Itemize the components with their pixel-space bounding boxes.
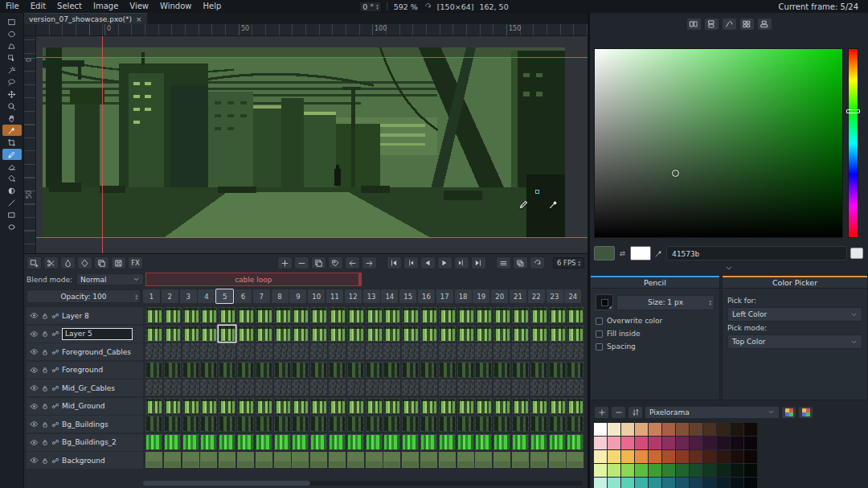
play-backwards-button[interactable] (420, 256, 436, 269)
cel-thumbnail[interactable] (219, 307, 235, 323)
palette-swatch[interactable] (731, 437, 743, 449)
cel-thumbnail[interactable] (145, 452, 162, 468)
cel-thumbnail[interactable] (182, 379, 199, 396)
palette-swatch[interactable] (635, 464, 648, 477)
cel-thumbnail[interactable] (567, 343, 583, 359)
frame-header-1[interactable]: 1 (143, 289, 160, 303)
scissors-button[interactable] (43, 256, 59, 269)
cel-thumbnail[interactable] (256, 379, 272, 396)
layer-name[interactable]: Foreground (62, 366, 103, 374)
palette-swatch[interactable] (717, 423, 730, 436)
mirror-horizontal-button[interactable] (686, 18, 702, 31)
palette-swatch[interactable] (662, 478, 675, 488)
cel-thumbnail[interactable] (310, 416, 327, 432)
palette-select-dropdown[interactable]: Pixelorama (645, 406, 780, 419)
cel-thumbnail[interactable] (493, 326, 510, 342)
cel-thumbnail[interactable] (366, 343, 383, 359)
tag-frame-button[interactable] (328, 256, 343, 269)
cel-thumbnail[interactable] (145, 362, 162, 378)
cel-thumbnail[interactable] (200, 362, 217, 378)
cel-thumbnail[interactable] (530, 452, 547, 468)
cel-thumbnail[interactable] (292, 398, 309, 414)
clone-frame-button[interactable] (311, 256, 326, 269)
cel-thumbnail[interactable] (457, 398, 474, 414)
cel-thumbnail[interactable] (475, 416, 492, 432)
cel-thumbnail[interactable] (200, 416, 217, 432)
cel-thumbnail[interactable] (347, 379, 364, 396)
palette-swatch[interactable] (621, 478, 634, 488)
cel-thumbnail[interactable] (402, 434, 419, 450)
zoom-reset-icon[interactable] (424, 2, 432, 10)
expand-color-button[interactable] (850, 248, 863, 259)
cel-thumbnail[interactable] (530, 326, 547, 342)
cel-thumbnail[interactable] (329, 343, 346, 359)
cel-thumbnail[interactable] (274, 343, 291, 359)
tab-version-07-showcase[interactable]: version_07_showcase.pxo(*) × (24, 13, 147, 24)
cel-thumbnail[interactable] (256, 452, 272, 468)
frame-header-2[interactable]: 2 (162, 289, 178, 303)
cel-thumbnail[interactable] (549, 307, 566, 323)
cel-thumbnail[interactable] (383, 379, 400, 396)
frame-header-19[interactable]: 19 (473, 289, 489, 303)
cel-thumbnail[interactable] (310, 452, 327, 468)
cel-thumbnail[interactable] (383, 326, 400, 342)
layer-lock-icon[interactable] (41, 384, 49, 392)
palette-swatch[interactable] (731, 478, 743, 488)
tool-rectangle[interactable] (2, 209, 22, 220)
tool-ellipse-select[interactable] (2, 28, 22, 39)
tool-color-select[interactable] (2, 52, 22, 64)
palette-swatch[interactable] (676, 423, 689, 436)
cel-thumbnail[interactable] (402, 326, 419, 342)
layer-visibility-icon[interactable] (30, 420, 39, 429)
layer-visibility-icon[interactable] (30, 347, 39, 356)
layer-visibility-icon[interactable] (30, 366, 39, 375)
palette-swatch[interactable] (662, 450, 675, 463)
cel-thumbnail[interactable] (567, 452, 583, 468)
frame-header-11[interactable]: 11 (326, 289, 343, 303)
cel-thumbnail[interactable] (292, 452, 309, 468)
frame-header-3[interactable]: 3 (180, 289, 197, 303)
palette-swatch[interactable] (744, 478, 757, 488)
timeline-menu-button[interactable] (496, 256, 511, 269)
palette-swatch[interactable] (731, 450, 743, 463)
layer-visibility-icon[interactable] (30, 438, 39, 447)
add-frame-button[interactable] (277, 256, 293, 269)
cel-thumbnail[interactable] (274, 362, 291, 378)
cel-thumbnail[interactable] (219, 362, 235, 378)
cel-thumbnail[interactable] (164, 343, 181, 359)
palette-swatch[interactable] (744, 437, 757, 449)
cel-thumbnail[interactable] (274, 398, 291, 414)
checkbox-spacing[interactable]: Spacing (596, 342, 714, 351)
cel-thumbnail[interactable] (164, 452, 181, 468)
menu-edit[interactable]: Edit (25, 0, 51, 13)
edit-palette-button[interactable] (798, 406, 813, 419)
cel-thumbnail[interactable] (549, 452, 566, 468)
timeline-scrollbar[interactable] (143, 481, 583, 486)
palette-swatch[interactable] (717, 464, 730, 477)
cel-thumbnail[interactable] (145, 379, 162, 396)
palette-swatch[interactable] (731, 464, 743, 477)
layer-lock-icon[interactable] (41, 348, 49, 356)
tool-move[interactable] (2, 88, 22, 100)
cel-thumbnail[interactable] (439, 326, 456, 342)
cel-thumbnail[interactable] (145, 343, 162, 359)
right-color-swatch[interactable] (630, 246, 651, 260)
cel-thumbnail[interactable] (310, 307, 327, 323)
layer-name[interactable]: Bg_Buildings_2 (62, 438, 117, 446)
cel-thumbnail[interactable] (329, 379, 346, 396)
layer-visibility-icon[interactable] (30, 456, 39, 465)
cel-thumbnail[interactable] (219, 326, 235, 342)
cel-thumbnail[interactable] (145, 434, 162, 450)
cel-thumbnail[interactable] (164, 398, 181, 414)
cel-thumbnail[interactable] (402, 362, 419, 378)
cel-thumbnail[interactable] (366, 452, 383, 468)
saturation-value-picker[interactable] (594, 48, 843, 238)
cel-thumbnail[interactable] (292, 343, 309, 359)
layer-link-icon[interactable] (51, 348, 59, 356)
remove-color-button[interactable] (611, 406, 626, 419)
palette-swatch[interactable] (635, 437, 648, 449)
tool-color-picker[interactable] (2, 125, 22, 136)
layer-link-icon[interactable] (51, 312, 59, 320)
cel-thumbnail[interactable] (274, 307, 291, 323)
rotation-spinbox[interactable]: 0 ° ▴▾ (359, 2, 381, 12)
